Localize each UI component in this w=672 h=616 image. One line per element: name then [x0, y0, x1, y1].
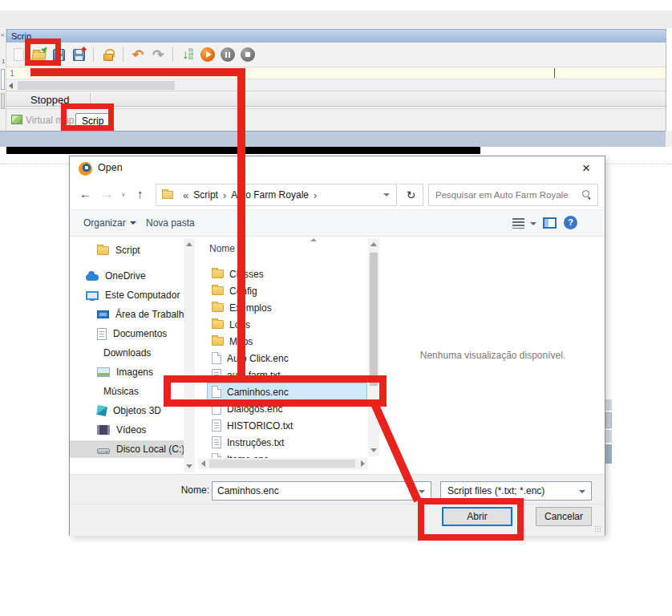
view-list-icon[interactable]	[512, 218, 524, 229]
scrollbar-thumb[interactable]	[370, 253, 378, 386]
dialog-footer: Nome: Caminhos.enc Script files (*.txt; …	[70, 474, 605, 536]
file-icon	[212, 303, 224, 312]
new-script-button[interactable]	[10, 47, 26, 63]
cancel-button[interactable]: Cancelar	[536, 507, 592, 526]
editor-horizontal-scrollbar[interactable]	[6, 79, 666, 91]
address-bar[interactable]: « Script › Auto Farm Royale ›	[156, 184, 397, 206]
file-row[interactable]: Logs	[208, 316, 366, 333]
up-icon[interactable]: ↑	[137, 187, 144, 201]
preview-pane-icon[interactable]	[543, 217, 557, 229]
scroll-down-icon[interactable]	[370, 448, 377, 452]
text-cursor	[554, 68, 555, 78]
toolbar-separator	[172, 47, 173, 62]
file-name: Instruções.txt	[227, 437, 284, 448]
sidebar-scrollbar[interactable]	[184, 238, 195, 472]
view-dropdown-caret-icon[interactable]	[530, 222, 536, 225]
sidebar-item[interactable]: Documentos	[70, 325, 184, 342]
new-folder-button[interactable]: Nova pasta	[146, 217, 195, 229]
dialog-body: Script OneDrive Este Computador Área de …	[70, 237, 605, 474]
file-list-vertical-scrollbar[interactable]	[368, 238, 379, 456]
filename-dropdown-icon[interactable]	[419, 490, 425, 493]
search-box[interactable]: Pesquisar em Auto Farm Royale	[428, 184, 598, 206]
scrollbar-thumb[interactable]	[18, 81, 175, 90]
sidebar-item-icon	[97, 310, 109, 318]
undo-button[interactable]: ↶	[130, 47, 146, 63]
help-icon[interactable]: ?	[564, 216, 577, 229]
stop-icon	[241, 47, 255, 62]
panel-title: Scrip	[6, 29, 666, 43]
recent-locations-chevron-icon[interactable]: ∨	[121, 191, 126, 198]
sidebar-item-icon	[97, 367, 110, 377]
scroll-right-icon[interactable]	[361, 460, 365, 467]
dialog-title-bar[interactable]: Open ×	[70, 156, 605, 180]
file-row[interactable]: Instruções.txt	[208, 434, 366, 451]
sidebar-item[interactable]: Vídeos	[70, 421, 184, 439]
navigation-row: ← → ∨ ↑ « Script › Auto Farm Royale › ↻ …	[70, 180, 605, 209]
refresh-button[interactable]: ↻	[399, 184, 423, 206]
sidebar-item-icon	[97, 425, 110, 435]
sidebar-item-label: Músicas	[103, 386, 139, 397]
pencil-icon	[80, 46, 86, 51]
run-button[interactable]	[200, 47, 216, 63]
file-row[interactable]: Auto Click.enc	[208, 350, 366, 367]
lock-button[interactable]	[100, 47, 116, 63]
scroll-up-icon[interactable]	[186, 242, 192, 246]
background-scrollbar-fragment	[605, 444, 612, 464]
organize-menu-button[interactable]: Organizar	[83, 217, 136, 229]
column-name-label[interactable]: Nome	[209, 243, 235, 254]
sidebar-item[interactable]: Este Computador	[70, 286, 184, 304]
scroll-up-icon[interactable]	[370, 242, 377, 246]
file-rows: Classes Config Exemplos Logs Map	[196, 261, 368, 468]
rail-badge: 1	[2, 58, 5, 65]
sidebar-item-label: Imagens	[116, 367, 153, 378]
command-bar: Organizar Nova pasta ?	[70, 209, 605, 237]
folder-icon	[162, 191, 173, 199]
file-row[interactable]: Maps	[208, 333, 366, 350]
breadcrumb-separator[interactable]: ›	[223, 189, 226, 201]
resize-grip[interactable]	[594, 525, 601, 533]
annotation-box-caminhos-file	[164, 375, 387, 407]
scroll-down-icon[interactable]	[186, 464, 192, 468]
filename-input[interactable]: Caminhos.enc	[212, 481, 431, 500]
close-button[interactable]: ×	[573, 158, 600, 179]
new-file-icon	[14, 48, 24, 61]
sidebar-item[interactable]: Script	[70, 241, 184, 259]
sidebar-item[interactable]: Área de Trabalho	[70, 306, 184, 323]
breadcrumb-collapse[interactable]: «	[183, 189, 188, 201]
footer-divider	[70, 504, 605, 505]
annotation-box-scrip-tab	[61, 103, 114, 131]
sidebar-item-label: Este Computador	[105, 290, 180, 301]
toolbar-separator	[93, 47, 94, 62]
collapsed-left-rail[interactable]: < 1	[0, 29, 6, 147]
file-row[interactable]: HISTORICO.txt	[208, 417, 366, 434]
file-row[interactable]: Config	[208, 282, 366, 299]
breadcrumb-script[interactable]: Script	[193, 189, 218, 201]
breadcrumb-separator[interactable]: ›	[314, 189, 317, 201]
sidebar-item[interactable]: Disco Local (C:)	[70, 440, 184, 458]
address-dropdown-icon[interactable]	[383, 193, 390, 197]
back-icon[interactable]: ←	[79, 187, 91, 201]
file-icon	[212, 337, 224, 346]
filetype-dropdown-icon[interactable]	[579, 490, 585, 493]
compile-button[interactable]: ↓ 011001	[180, 47, 196, 63]
sort-ascending-icon	[310, 238, 317, 241]
redo-button[interactable]: ↷	[150, 47, 166, 63]
pause-button[interactable]	[220, 47, 236, 63]
file-list-horizontal-scrollbar[interactable]	[198, 458, 368, 469]
list-column-header[interactable]: Nome	[196, 237, 368, 261]
sidebar-item[interactable]: Downloads	[70, 344, 184, 362]
app-logo-icon	[79, 162, 92, 176]
stop-button[interactable]	[240, 47, 256, 63]
save-as-button[interactable]	[71, 47, 87, 63]
scroll-left-icon[interactable]	[201, 460, 205, 467]
scroll-left-icon[interactable]	[9, 83, 13, 89]
sidebar-item[interactable]: OneDrive	[70, 267, 184, 285]
file-row[interactable]: Classes	[208, 265, 366, 282]
file-list: Nome Classes Config Exemplos	[196, 237, 368, 474]
rail-collapse-chevron[interactable]: <	[1, 31, 5, 38]
file-row[interactable]: Exemplos	[208, 299, 366, 316]
scrollbar-thumb[interactable]	[209, 460, 355, 468]
forward-icon[interactable]: →	[101, 187, 113, 201]
dialog-title: Open	[98, 162, 123, 173]
screenshot-root: < 1 Scrip ↶ ↷ ↓ 011001 1	[0, 0, 672, 616]
